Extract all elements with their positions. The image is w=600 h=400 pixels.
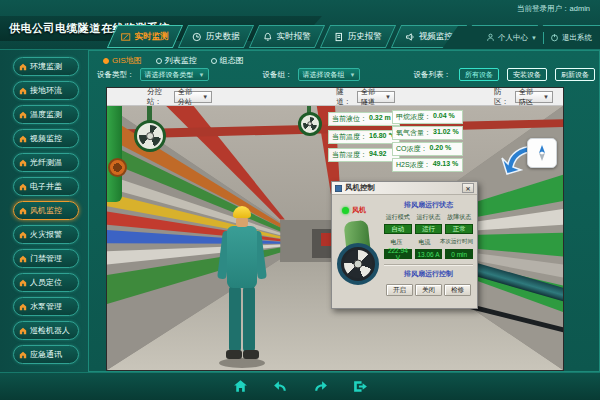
house-icon [19,279,27,287]
fan-maintenance-button[interactable]: 检修 [444,284,471,296]
person-icon [486,33,495,42]
fan-control-dialog: 风机控制 ✕ 风机 排风扇运行状态 运行模式 运行状态 故障状态 [331,181,478,309]
bottom-nav-bar [0,372,600,400]
compass-icon[interactable] [527,138,557,168]
fan-device-label: 风机 [352,205,366,215]
dialog-title: 风机控制 [345,183,375,193]
window-icon [335,185,342,192]
power-icon [550,33,559,42]
online-led [342,207,349,214]
radio-dot-icon [211,58,217,64]
tunnel-select[interactable]: 全部隧道▼ [357,91,395,103]
dialog-titlebar[interactable]: 风机控制 ✕ [332,182,477,195]
radio-dot-icon [156,58,162,64]
fan-off-button[interactable]: 关闭 [415,284,442,296]
house-icon [19,255,27,263]
radio-list-monitor[interactable]: 列表监控 [156,55,197,66]
fan-on-button[interactable]: 开启 [386,284,413,296]
zone-filter: 防区： 全部防区▼ [494,87,553,107]
chevron-down-icon: ▼ [543,94,549,100]
hard-hat [233,206,251,218]
worker-avatar[interactable] [219,206,265,368]
sidebar-item-inspection-robot[interactable]: 巡检机器人 [13,321,79,340]
device-group-select[interactable]: 请选择设备组▼ [298,68,361,81]
station-select[interactable]: 全部分站▼ [174,91,212,103]
refresh-devices-button[interactable]: 刷新设备 [555,68,595,81]
sidebar-item-env-monitor[interactable]: 环境监测 [13,57,79,76]
radio-scada-view[interactable]: 组态图 [211,55,244,66]
house-icon [19,63,27,71]
redo-button[interactable] [310,377,330,397]
chevron-down-icon: ▼ [202,94,208,100]
ceiling-fan[interactable] [134,120,166,152]
house-icon [19,111,27,119]
fault-state-value: 正常 [445,224,473,234]
fan-impeller [337,243,379,285]
speaker-icon [405,32,415,42]
wall-fan[interactable] [108,158,127,177]
sidebar-item-emergency-comm[interactable]: 应急通讯 [13,345,79,364]
house-icon [19,351,27,359]
sidebar-item-temp-monitor[interactable]: 温度监测 [13,105,79,124]
sidebar-item-access-control[interactable]: 门禁管理 [13,249,79,268]
fan-status-graphic: 风机 [336,199,380,305]
sidebar-item-pump-mgmt[interactable]: 水泵管理 [13,297,79,316]
sidebar-item-fan-monitor[interactable]: 风机监控 [13,201,79,220]
chevron-down-icon: ▼ [199,72,205,78]
header: 供电公司电缆隧道在线监测系统 实时监测 历史数据 实时报警 历史报警 视频监控 … [0,0,600,50]
tab-realtime-alarm[interactable]: 实时报警 [249,25,325,48]
device-type-select[interactable]: 请选择设备类型▼ [140,68,210,81]
sensor-box: 当前湿度：94.92 [328,148,400,162]
house-icon [19,135,27,143]
runtime-value: 0 min [445,249,473,259]
home-button[interactable] [230,377,250,397]
sidebar: 环境监测 接地环流 温度监测 视频监控 光纤测温 电子井盖 风机监控 火灾报警 … [0,50,88,372]
all-devices-button[interactable]: 所有设备 [459,68,499,81]
tab-history-alarm[interactable]: 历史报警 [320,25,396,48]
sensor-box: H2S浓度：49.13 % [392,158,463,172]
radio-gis-map[interactable]: GIS地图 [103,55,142,66]
house-icon [19,327,27,335]
sensor-box: 当前温度：16.80 ℃ [328,130,400,144]
logout-button[interactable]: 退出系统 [550,33,592,43]
sensor-readouts-left: 当前液位：0.32 m 当前温度：16.80 ℃ 当前湿度：94.92 [328,112,400,162]
sensor-box: 当前液位：0.32 m [328,112,400,126]
sidebar-item-fire-alarm[interactable]: 火灾报警 [13,225,79,244]
sidebar-item-video-monitor[interactable]: 视频监控 [13,129,79,148]
sensor-box: 甲烷浓度：0.04 % [392,110,463,124]
voltage-value: 222.94 V [384,249,412,259]
house-icon [19,207,27,215]
chevron-down-icon: ▼ [531,35,537,41]
divider [543,32,544,44]
chevron-down-icon: ▼ [350,72,356,78]
exit-icon [352,378,369,395]
tab-realtime-monitor[interactable]: 实时监测 [107,25,183,48]
sidebar-item-manhole-cover[interactable]: 电子井盖 [13,177,79,196]
house-icon [19,303,27,311]
user-panel: 个人中心 ▼ 退出系统 [442,26,600,49]
house-icon [19,231,27,239]
radio-dot-icon [103,58,109,64]
profile-menu[interactable]: 个人中心 ▼ [486,33,537,43]
zone-select[interactable]: 全部防区▼ [515,91,553,103]
tunnel-filter: 隧道： 全部隧道▼ [336,87,395,107]
device-filter-row: 设备类型： 请选择设备类型▼ 设备组： 请选择设备组▼ 设备列表： 所有设备 安… [97,68,595,81]
station-filter: 分控站： 全部分站▼ [147,87,212,107]
undo-arrow-icon [272,378,289,395]
sidebar-item-personnel-location[interactable]: 人员定位 [13,273,79,292]
view-mode-radios: GIS地图 列表监控 组态图 [103,55,244,66]
status-section-heading: 排风扇运行状态 [384,200,473,210]
device-group-label: 设备组： [263,70,293,80]
current-value: 13.06 A [415,249,443,259]
tab-history-data[interactable]: 历史数据 [178,25,254,48]
installed-devices-button[interactable]: 安装设备 [507,68,547,81]
redo-arrow-icon [312,378,329,395]
run-state-value: 运行 [415,224,443,234]
ceiling-fan[interactable] [298,112,322,136]
close-icon[interactable]: ✕ [462,183,474,193]
sidebar-item-fiber-temp[interactable]: 光纤测温 [13,153,79,172]
alarm-log-icon [334,32,344,42]
undo-button[interactable] [270,377,290,397]
sidebar-item-ground-current[interactable]: 接地环流 [13,81,79,100]
exit-button[interactable] [350,377,370,397]
